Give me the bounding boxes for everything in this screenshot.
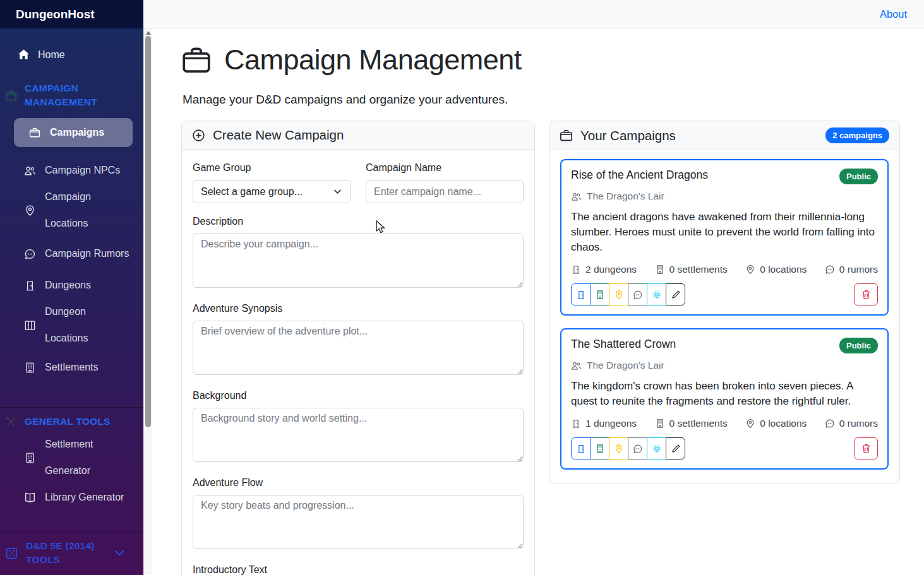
chat-icon <box>825 418 835 429</box>
building-icon <box>24 362 36 374</box>
campaign-description: The ancient dragons have awakened from t… <box>571 210 878 255</box>
building-icon <box>655 264 665 275</box>
sidebar-item-dungeon-locations[interactable]: DungeonLocations <box>24 299 143 352</box>
map-icon <box>24 319 36 331</box>
sidebar-divider <box>0 407 143 408</box>
sidebar-item-label: Dungeons <box>45 272 91 299</box>
locations-button[interactable] <box>609 437 628 459</box>
door-icon <box>571 264 581 275</box>
settlements-stat: 0 settlements <box>655 264 728 275</box>
building-icon <box>24 452 36 464</box>
settlements-button[interactable] <box>590 437 609 459</box>
about-link[interactable]: About <box>880 8 907 20</box>
page-title: Campaign Management <box>224 44 522 76</box>
delete-campaign-button[interactable] <box>854 283 878 305</box>
settlements-stat: 0 settlements <box>655 418 728 429</box>
people-icon <box>571 360 582 371</box>
trash-icon <box>861 289 872 300</box>
dungeons-stat: 1 dungeons <box>571 418 637 429</box>
public-badge: Public <box>839 169 878 184</box>
locations-button[interactable] <box>609 283 628 305</box>
adventure-flow-textarea[interactable] <box>193 495 524 549</box>
background-textarea[interactable] <box>193 408 524 462</box>
campaign-card[interactable]: Rise of the Ancient Dragons Public The D… <box>560 159 889 316</box>
geo-pin-icon <box>24 205 36 216</box>
campaign-title: Rise of the Ancient Dragons <box>571 169 708 182</box>
game-group-name: The Dragon's Lair <box>587 360 664 371</box>
rumors-button[interactable] <box>628 437 647 459</box>
people-icon <box>24 165 36 177</box>
delete-campaign-button[interactable] <box>854 437 878 459</box>
scrollbar-up-arrow[interactable] <box>146 31 151 35</box>
pencil-icon <box>671 290 681 300</box>
public-badge: Public <box>839 338 878 353</box>
campaign-title: The Shattered Crown <box>571 338 676 351</box>
description-textarea[interactable] <box>193 234 524 288</box>
sidebar-item-settlements[interactable]: Settlements <box>24 354 143 381</box>
chat-icon <box>24 248 36 260</box>
building-icon <box>595 444 605 454</box>
section-label: GENERAL TOOLS <box>25 415 111 429</box>
sidebar-item-label: Library Generator <box>45 484 124 511</box>
book-icon <box>24 492 36 504</box>
chevron-down-icon[interactable] <box>113 547 126 559</box>
dice-icon <box>5 547 18 560</box>
introductory-text-label: Introductory Text <box>193 564 524 575</box>
dungeons-button[interactable] <box>571 283 591 305</box>
game-group-select[interactable]: Select a game group... <box>193 180 351 203</box>
app-window: DungeonHost Home CAMPAIGNMANAGEMENT Camp… <box>0 0 924 575</box>
sidebar-item-home[interactable]: Home <box>18 49 143 61</box>
game-group-label: Game Group <box>193 162 351 174</box>
scrollbar-thumb[interactable] <box>145 36 151 427</box>
sidebar-item-settlement-generator[interactable]: SettlementGenerator <box>24 431 143 484</box>
chat-icon <box>633 444 643 454</box>
edit-button[interactable] <box>666 283 685 305</box>
briefcase-icon <box>560 129 573 142</box>
rumors-button[interactable] <box>628 283 647 305</box>
edit-button[interactable] <box>666 437 685 459</box>
sidebar-item-label: Campaign Rumors <box>45 240 129 267</box>
door-icon <box>24 280 36 292</box>
geo-pin-icon <box>614 444 624 454</box>
dungeons-stat: 2 dungeons <box>571 264 637 275</box>
synopsis-textarea[interactable] <box>193 321 524 375</box>
page-header: Campaign Management <box>181 44 900 76</box>
door-icon <box>571 418 581 429</box>
campaign-description: The kingdom's crown has been broken into… <box>571 379 878 409</box>
sidebar-item-label: DungeonLocations <box>45 299 88 352</box>
brand-logo[interactable]: DungeonHost <box>0 0 143 28</box>
campaign-action-buttons <box>571 437 685 459</box>
chat-icon <box>825 264 835 275</box>
campaign-card[interactable]: The Shattered Crown Public The Dragon's … <box>560 328 889 470</box>
sidebar-item-campaign-rumors[interactable]: Campaign Rumors <box>24 240 143 267</box>
settings-button[interactable] <box>647 283 666 305</box>
campaign-action-buttons <box>571 283 685 305</box>
sidebar-section-dnd-tools[interactable]: D&D 5E (2014)TOOLS <box>0 539 143 567</box>
sidebar-item-campaigns-active[interactable]: Campaigns <box>14 118 133 147</box>
description-label: Description <box>193 216 524 227</box>
chevron-down-icon <box>333 187 342 196</box>
background-label: Background <box>193 390 524 401</box>
sidebar-item-library-generator[interactable]: Library Generator <box>24 484 143 511</box>
settlements-button[interactable] <box>590 283 609 305</box>
sidebar-section-general-tools: GENERAL TOOLS <box>0 415 143 429</box>
settings-button[interactable] <box>647 437 666 459</box>
main-area: About Campaign Management Manage your D&… <box>152 0 924 575</box>
building-icon <box>655 418 665 429</box>
pencil-icon <box>671 444 681 454</box>
locations-stat: 0 locations <box>745 418 807 429</box>
dungeons-button[interactable] <box>571 437 591 459</box>
plus-circle-icon <box>192 129 205 142</box>
door-icon <box>576 444 586 454</box>
campaign-name-input[interactable] <box>366 180 524 203</box>
synopsis-label: Adventure Synopsis <box>193 303 524 314</box>
your-campaigns-panel: Your Campaigns 2 campaigns Rise of the A… <box>549 121 900 483</box>
sidebar-item-campaign-locations[interactable]: CampaignLocations <box>24 184 143 237</box>
rumors-stat: 0 rumors <box>825 418 878 429</box>
sidebar-item-campaign-npcs[interactable]: Campaign NPCs <box>24 157 143 184</box>
sidebar-item-dungeons[interactable]: Dungeons <box>24 272 143 299</box>
panel-title: Create New Campaign <box>213 127 344 143</box>
door-icon <box>576 290 586 300</box>
geo-pin-icon <box>745 418 755 429</box>
sidebar-scrollbar[interactable] <box>143 28 152 575</box>
